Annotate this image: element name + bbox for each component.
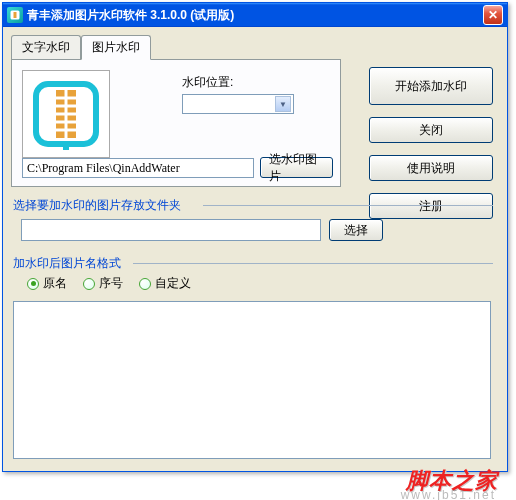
tab-text-watermark[interactable]: 文字水印	[11, 35, 81, 59]
radio-label: 原名	[43, 275, 67, 292]
window-title: 青丰添加图片水印软件 3.1.0.0 (试用版)	[27, 7, 483, 24]
select-folder-button[interactable]: 选择	[329, 219, 383, 241]
format-group-label: 加水印后图片名格式	[13, 255, 121, 272]
separator	[203, 205, 493, 206]
close-button[interactable]: 关闭	[369, 117, 493, 143]
chevron-down-icon: ▼	[275, 96, 291, 112]
watermark-position-select[interactable]: ▼	[182, 94, 294, 114]
client-area: 文字水印 图片水印 水印位置: ▼	[3, 27, 507, 471]
radio-icon	[27, 278, 39, 290]
watermark-path-input[interactable]	[22, 158, 254, 178]
filename-format-radios: 原名 序号 自定义	[27, 275, 191, 292]
tab-image-watermark[interactable]: 图片水印	[81, 35, 151, 60]
radio-label: 序号	[99, 275, 123, 292]
titlebar: 青丰添加图片水印软件 3.1.0.0 (试用版) ✕	[3, 3, 507, 27]
radio-original-name[interactable]: 原名	[27, 275, 67, 292]
watermark-preview	[22, 70, 110, 158]
app-icon	[7, 7, 23, 23]
app-window: 青丰添加图片水印软件 3.1.0.0 (试用版) ✕ 文字水印 图片水印	[2, 2, 508, 472]
help-button[interactable]: 使用说明	[369, 155, 493, 181]
action-buttons: 开始添加水印 关闭 使用说明 注册	[369, 67, 493, 219]
site-url: www.jb51.net	[401, 488, 496, 500]
radio-icon	[83, 278, 95, 290]
watermark-position-label: 水印位置:	[182, 74, 233, 91]
close-icon[interactable]: ✕	[483, 5, 503, 25]
radio-label: 自定义	[155, 275, 191, 292]
select-watermark-image-button[interactable]: 选水印图片	[260, 157, 333, 178]
register-button[interactable]: 注册	[369, 193, 493, 219]
separator	[133, 263, 493, 264]
folder-group-label: 选择要加水印的图片存放文件夹	[13, 197, 181, 214]
radio-icon	[139, 278, 151, 290]
output-listbox[interactable]	[13, 301, 491, 459]
start-add-watermark-button[interactable]: 开始添加水印	[369, 67, 493, 105]
image-watermark-panel: 水印位置: ▼ 选水印图片	[11, 59, 341, 187]
radio-custom[interactable]: 自定义	[139, 275, 191, 292]
svg-rect-1	[14, 12, 17, 18]
folder-path-input[interactable]	[21, 219, 321, 241]
tab-bar: 文字水印 图片水印	[11, 35, 499, 59]
radio-sequence[interactable]: 序号	[83, 275, 123, 292]
